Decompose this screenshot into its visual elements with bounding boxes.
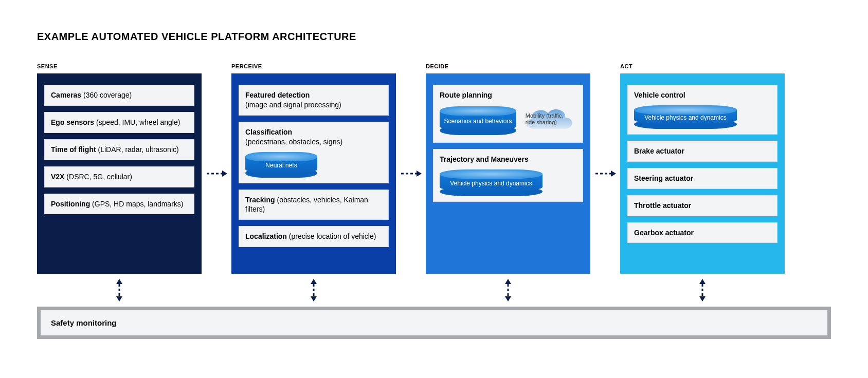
act-item-gearbox: Gearbox actuator	[627, 222, 777, 243]
sense-item-cameras: Cameras (360 coverage)	[44, 85, 194, 106]
cloud-mobility: Mobility (traffic, ride sharing)	[521, 103, 576, 137]
stage-perceive: Featured detection(image and signal proc…	[231, 73, 396, 274]
stage-labels-row: SENSE PERCEIVE DECIDE ACT	[37, 63, 831, 69]
svg-marker-1	[222, 171, 227, 177]
stage-decide: Route planning Scenarios and behaviors M…	[426, 73, 590, 274]
decide-route: Route planning Scenarios and behaviors M…	[433, 85, 583, 143]
vertical-arrows-row	[37, 279, 831, 301]
arrow-updown-icon	[698, 279, 707, 301]
arrow-updown-icon	[503, 279, 513, 301]
stage-label-decide: DECIDE	[426, 63, 590, 69]
arrow-perceive-decide	[396, 73, 426, 274]
page-title: EXAMPLE AUTOMATED VEHICLE PLATFORM ARCHI…	[37, 31, 831, 43]
cylinder-scenarios: Scenarios and behaviors	[440, 106, 516, 135]
stages-row: Cameras (360 coverage) Ego sensors (spee…	[37, 73, 831, 274]
arrow-sense-perceive	[202, 73, 231, 274]
stage-act: Vehicle control Vehicle physics and dyna…	[620, 73, 785, 274]
sense-item-v2x: V2X (DSRC, 5G, cellular)	[44, 166, 194, 187]
cloud-mobility-text: Mobility (traffic, ride sharing)	[526, 112, 572, 125]
v-arrow-act	[620, 279, 785, 301]
v-arrow-perceive	[231, 279, 396, 301]
arrow-updown-icon	[309, 279, 318, 301]
svg-marker-6	[116, 279, 122, 284]
svg-marker-9	[311, 279, 317, 284]
svg-marker-5	[611, 171, 616, 177]
cylinder-physics-act: Vehicle physics and dynamics	[634, 105, 737, 129]
decide-trajectory: Trajectory and Maneuvers Vehicle physics…	[433, 149, 583, 202]
svg-marker-3	[417, 171, 422, 177]
stage-sense: Cameras (360 coverage) Ego sensors (spee…	[37, 73, 202, 274]
arrow-right-icon	[400, 169, 422, 178]
act-item-brake: Brake actuator	[627, 141, 777, 162]
safety-monitoring-bar: Safety monitoring	[37, 307, 831, 339]
act-control: Vehicle control Vehicle physics and dyna…	[627, 85, 777, 135]
act-item-steering: Steering actuator	[627, 168, 777, 189]
cylinder-neural-nets: Neural nets	[245, 152, 317, 178]
svg-marker-11	[311, 296, 317, 301]
sense-item-positioning: Positioning (GPS, HD maps, landmarks)	[44, 194, 194, 215]
arrow-right-icon	[206, 169, 227, 178]
svg-marker-12	[505, 279, 511, 284]
arrow-decide-act	[590, 73, 620, 274]
svg-marker-8	[116, 296, 122, 301]
stage-label-act: ACT	[620, 63, 785, 69]
sense-item-ego: Ego sensors (speed, IMU, wheel angle)	[44, 112, 194, 133]
perceive-featured: Featured detection(image and signal proc…	[239, 85, 389, 116]
cylinder-physics-decide: Vehicle physics and dynamics	[440, 169, 542, 196]
v-arrow-decide	[426, 279, 590, 301]
stage-label-perceive: PERCEIVE	[231, 63, 396, 69]
stage-label-sense: SENSE	[37, 63, 202, 69]
sense-item-tof: Time of flight (LiDAR, radar, ultrasonic…	[44, 139, 194, 160]
svg-marker-14	[505, 296, 511, 301]
svg-marker-17	[699, 296, 706, 301]
perceive-localization: Localization (precise location of vehicl…	[239, 226, 389, 247]
arrow-right-icon	[594, 169, 616, 178]
svg-marker-15	[699, 279, 706, 284]
perceive-classification: Classification(pedestrians, obstacles, s…	[239, 122, 389, 183]
v-arrow-sense	[37, 279, 202, 301]
act-item-throttle: Throttle actuator	[627, 195, 777, 216]
perceive-tracking: Tracking (obstacles, vehicles, Kalman fi…	[239, 190, 389, 220]
arrow-updown-icon	[115, 279, 124, 301]
